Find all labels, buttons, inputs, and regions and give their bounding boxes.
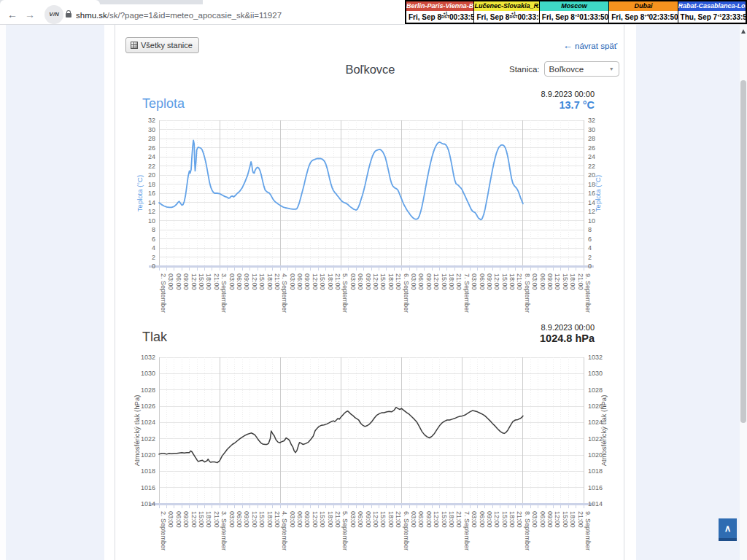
svg-text:3. September: 3. September: [220, 511, 228, 551]
temperature-chart[interactable]: 0022446688101012121414161618182020222224…: [133, 115, 609, 316]
svg-text:09:00: 09:00: [303, 511, 311, 528]
svg-text:09:00: 09:00: [182, 511, 190, 528]
svg-text:30: 30: [148, 126, 155, 133]
scrollbar[interactable]: [740, 25, 747, 560]
svg-text:18:00: 18:00: [327, 511, 334, 528]
svg-text:1028: 1028: [141, 386, 155, 394]
svg-text:09:00: 09:00: [365, 273, 372, 290]
grid: [149, 120, 594, 271]
all-stations-button[interactable]: Všetky stanice: [125, 37, 199, 53]
svg-text:9. September: 9. September: [584, 273, 592, 313]
svg-text:1032: 1032: [588, 354, 603, 361]
pressure-current-value: 1024.8 hPa: [449, 332, 595, 344]
svg-text:18:00: 18:00: [387, 273, 395, 290]
svg-text:18:00: 18:00: [205, 273, 212, 290]
svg-text:09:00: 09:00: [243, 273, 250, 290]
svg-text:18:00: 18:00: [448, 511, 455, 528]
svg-text:18:00: 18:00: [266, 273, 274, 290]
svg-text:6: 6: [152, 236, 155, 243]
clock-offset: +1: [717, 14, 721, 18]
pressure-chart[interactable]: 1014101410161016101810181020102010221022…: [133, 351, 609, 560]
svg-text:26: 26: [148, 144, 155, 152]
svg-text:15:00: 15:00: [441, 273, 448, 290]
clock-time: 00:33:50: [517, 13, 538, 21]
clock-date: Fri, Sep 8: [409, 13, 441, 21]
station-select[interactable]: Boľkovce ▼: [544, 61, 619, 77]
svg-text:18:00: 18:00: [266, 511, 274, 528]
svg-text:21:00: 21:00: [455, 273, 462, 290]
svg-text:12:00: 12:00: [251, 273, 258, 290]
clock-moscow: Moscow Fri, Sep 8+301:33:50: [540, 1, 608, 23]
svg-text:21:00: 21:00: [577, 273, 584, 290]
svg-text:6: 6: [588, 236, 592, 243]
svg-text:26: 26: [588, 144, 595, 152]
svg-text:15:00: 15:00: [501, 511, 508, 528]
svg-text:15:00: 15:00: [562, 273, 569, 290]
svg-text:03:00: 03:00: [167, 511, 174, 528]
svg-text:22: 22: [148, 163, 155, 170]
svg-text:12:00: 12:00: [433, 511, 440, 528]
lock-icon[interactable]: [66, 13, 71, 18]
svg-text:18:00: 18:00: [508, 511, 516, 528]
clock-date: Fri, Sep 8: [542, 13, 575, 21]
url-field[interactable]: shmu.sk/sk/?page=1&id=meteo_apocasie_sk&…: [76, 11, 282, 20]
svg-text:15:00: 15:00: [501, 273, 508, 290]
svg-text:06:00: 06:00: [175, 273, 182, 290]
svg-text:Teplota (°C): Teplota (°C): [136, 175, 144, 211]
svg-text:4: 4: [588, 244, 592, 252]
svg-text:28: 28: [148, 135, 155, 142]
pressure-chart-title: Tlak: [142, 330, 167, 345]
svg-text:09:00: 09:00: [546, 273, 554, 290]
svg-text:12:00: 12:00: [311, 273, 319, 290]
scroll-to-top-button[interactable]: ∧: [719, 518, 737, 541]
scroll-up-icon[interactable]: [741, 29, 746, 34]
svg-text:16: 16: [148, 190, 155, 197]
axis-labels: 0022446688101012121414161618182020222224…: [136, 117, 602, 313]
axis-labels: 1014101410161016101810181020102010221022…: [133, 354, 608, 551]
svg-text:06:00: 06:00: [236, 273, 243, 290]
svg-text:09:00: 09:00: [365, 511, 372, 528]
svg-text:15:00: 15:00: [258, 273, 266, 290]
clock-city-label: Berlin-Paris-Vienna-Belgrade: [406, 1, 473, 11]
svg-text:10: 10: [148, 217, 155, 225]
left-arrow-icon: ←: [563, 40, 573, 51]
svg-text:10: 10: [588, 217, 595, 225]
svg-text:6. September: 6. September: [403, 273, 410, 313]
svg-text:06:00: 06:00: [479, 511, 486, 528]
svg-text:09:00: 09:00: [486, 273, 493, 290]
svg-text:09:00: 09:00: [303, 273, 311, 290]
vpn-extension-icon[interactable]: V/N: [44, 5, 63, 24]
temperature-timestamp: 8.9.2023 00:00: [449, 90, 595, 98]
svg-text:4: 4: [152, 244, 155, 252]
svg-text:09:00: 09:00: [182, 273, 190, 290]
clock-dubai: Dubai Fri, Sep 8+402:33:50: [609, 1, 677, 23]
svg-text:21:00: 21:00: [274, 511, 281, 528]
svg-text:3. September: 3. September: [220, 273, 228, 313]
back-button[interactable]: ←: [4, 7, 20, 23]
svg-text:14: 14: [148, 199, 155, 206]
forward-button[interactable]: →: [22, 7, 38, 23]
svg-text:21:00: 21:00: [516, 273, 523, 290]
svg-text:2: 2: [588, 254, 592, 261]
svg-text:1016: 1016: [588, 484, 603, 491]
svg-text:21:00: 21:00: [516, 511, 523, 528]
svg-text:12:00: 12:00: [554, 273, 561, 290]
svg-text:09:00: 09:00: [425, 511, 433, 528]
clock-date: Thu, Sep 7: [681, 13, 718, 21]
clock-rabat: Rabat-Casablanca-London Thu, Sep 7+123:3…: [678, 1, 746, 23]
svg-text:1024: 1024: [141, 419, 155, 426]
svg-text:06:00: 06:00: [296, 511, 303, 528]
svg-text:06:00: 06:00: [417, 511, 425, 528]
svg-text:18:00: 18:00: [569, 273, 576, 290]
table-grid-icon: [131, 42, 138, 49]
svg-text:1018: 1018: [588, 467, 603, 475]
svg-text:09:00: 09:00: [546, 511, 554, 528]
clock-time: 00:33:50: [449, 13, 473, 21]
svg-text:Atmosférický tlak (hPa): Atmosférický tlak (hPa): [133, 395, 141, 467]
svg-text:03:00: 03:00: [228, 511, 236, 528]
return-back-link[interactable]: ← návrat späť: [551, 40, 617, 51]
svg-text:Teplota (°C): Teplota (°C): [594, 175, 602, 211]
svg-text:12:00: 12:00: [372, 273, 379, 290]
scrollbar-thumb[interactable]: [740, 80, 746, 423]
svg-text:24: 24: [148, 153, 155, 160]
